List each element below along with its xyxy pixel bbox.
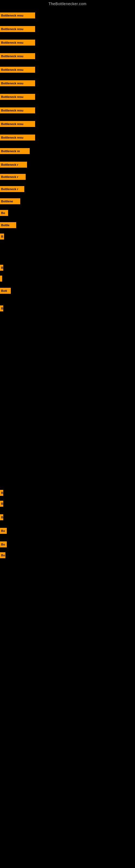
bar-label-23: B [0, 501, 3, 507]
bar-label-24: B [0, 514, 3, 520]
bar-row-14: Bottlene [0, 198, 20, 204]
bar-row-22: B [0, 490, 3, 496]
bar-label-11: Bottleneck r [0, 162, 27, 167]
bar-label-22: B [0, 490, 3, 496]
bar-row-18: B [0, 265, 3, 271]
bar-label-21: B [0, 305, 3, 311]
bar-label-8: Bottleneck resu [0, 121, 35, 127]
bar-label-27: Bo [0, 552, 5, 558]
bar-row-23: B [0, 501, 3, 507]
bar-row-26: Bo [0, 541, 7, 547]
bar-row-21: B [0, 305, 3, 311]
bar-row-16: Bottle [0, 222, 16, 228]
bar-label-7: Bottleneck resu [0, 107, 35, 113]
bar-row-24: B [0, 514, 3, 520]
bar-row-12: Bottleneck r [0, 174, 26, 180]
bar-row-17: B [0, 234, 4, 240]
bar-label-15: Bo [0, 210, 8, 216]
bar-row-13: Bottleneck r [0, 186, 24, 192]
bar-label-20: Bott [0, 288, 11, 294]
bar-row-0: Bottleneck resu [0, 12, 35, 19]
bar-row-4: Bottleneck resu [0, 67, 35, 73]
bar-row-3: Bottleneck resu [0, 53, 35, 59]
bar-row-20: Bott [0, 288, 11, 294]
bar-label-18: B [0, 265, 3, 271]
bars-container: Bottleneck resuBottleneck resuBottleneck… [0, 7, 135, 868]
bar-label-3: Bottleneck resu [0, 53, 35, 59]
bar-label-12: Bottleneck r [0, 174, 26, 180]
bar-label-10: Bottleneck re [0, 148, 30, 154]
bar-row-6: Bottleneck resu [0, 94, 35, 100]
bar-row-5: Bottleneck resu [0, 80, 35, 86]
bar-row-10: Bottleneck re [0, 148, 30, 154]
bar-label-17: B [0, 234, 4, 240]
bar-label-9: Bottleneck resu [0, 134, 35, 141]
bar-label-1: Bottleneck resu [0, 26, 35, 32]
bar-label-13: Bottleneck r [0, 186, 24, 192]
bar-label-19 [0, 276, 2, 282]
bar-row-15: Bo [0, 210, 8, 216]
bar-label-4: Bottleneck resu [0, 67, 35, 73]
bar-row-9: Bottleneck resu [0, 134, 35, 141]
bar-row-11: Bottleneck r [0, 162, 27, 167]
bar-label-0: Bottleneck resu [0, 12, 35, 19]
bar-label-14: Bottlene [0, 198, 20, 204]
bar-row-25: Bo [0, 528, 7, 534]
site-title: TheBottlenecker.com [0, 0, 135, 7]
bar-row-27: Bo [0, 552, 5, 558]
bar-label-25: Bo [0, 528, 7, 534]
bar-row-2: Bottleneck resu [0, 40, 35, 45]
bar-row-7: Bottleneck resu [0, 107, 35, 113]
bar-row-19 [0, 276, 2, 282]
bar-row-8: Bottleneck resu [0, 121, 35, 127]
bar-label-6: Bottleneck resu [0, 94, 35, 100]
bar-label-2: Bottleneck resu [0, 40, 35, 45]
bar-label-16: Bottle [0, 222, 16, 228]
site-header: TheBottlenecker.com [0, 0, 135, 7]
bar-label-5: Bottleneck resu [0, 80, 35, 86]
bar-row-1: Bottleneck resu [0, 26, 35, 32]
bar-label-26: Bo [0, 541, 7, 547]
